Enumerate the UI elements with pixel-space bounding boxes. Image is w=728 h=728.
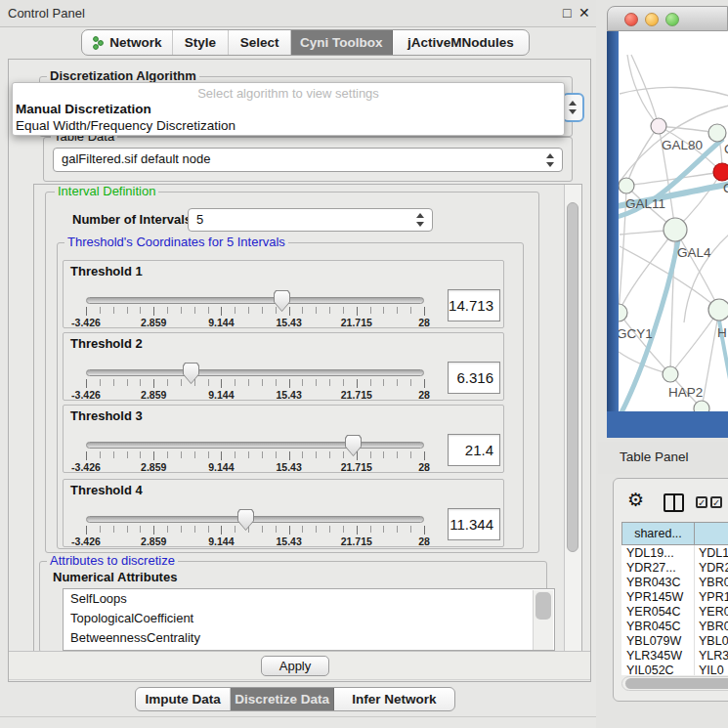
table-row[interactable]: YBR043CYBR0 (621, 576, 728, 590)
list-item[interactable]: TopologicalCoefficient (64, 609, 554, 628)
select-columns-icon[interactable] (664, 493, 684, 512)
scale-tick-label: 9.144 (208, 317, 234, 328)
table-row[interactable]: YIL052CYIL0 (621, 664, 728, 675)
node-gal80[interactable] (651, 118, 666, 134)
cell-shared-name: YPR145W (626, 590, 683, 604)
cell-shared-name: YBL079W (626, 634, 681, 648)
node-gal4[interactable] (664, 218, 687, 241)
node-bottom-partial[interactable] (694, 401, 709, 411)
list-item[interactable]: BetweennessCentrality (64, 628, 554, 648)
network-canvas[interactable]: GAL80 G C GAL11 GAL4 GCY1 H HAP2 (619, 31, 728, 411)
node-gal11[interactable] (619, 178, 634, 193)
scale-tick-label: 2.859 (141, 317, 166, 328)
tab-infer-network[interactable]: Infer Network (334, 688, 454, 710)
list-item[interactable]: SelfLoops (64, 589, 554, 609)
attributes-group-label: Attributes to discretize (47, 554, 178, 568)
threshold-label: Threshold 4 (70, 483, 143, 497)
column-header-shared-name[interactable]: shared... (621, 522, 695, 545)
zoom-traffic-light[interactable] (665, 13, 679, 26)
tab-label: Infer Network (352, 692, 436, 707)
threshold-label: Threshold 2 (70, 336, 143, 351)
apply-button[interactable]: Apply (261, 656, 329, 676)
number-of-intervals-combobox[interactable]: 5 (188, 208, 433, 232)
table-row[interactable]: YPR145WYPR1 (621, 590, 728, 605)
threshold-value-field[interactable]: 21.4 (448, 434, 500, 466)
tab-jactivemnodules[interactable]: jActiveMNodules (393, 30, 529, 55)
minimize-traffic-light[interactable] (645, 13, 659, 26)
slider-scale-labels: -3.426 2.859 9.144 15.43 21.715 28 (86, 535, 424, 547)
tab-style[interactable]: Style (173, 30, 230, 55)
float-window-icon[interactable]: □ (563, 5, 571, 21)
table-row[interactable]: YER054CYER0 (621, 605, 728, 620)
node-partial-right[interactable] (708, 299, 728, 321)
network-graph: GAL80 G C GAL11 GAL4 GCY1 H HAP2 (619, 31, 728, 411)
slider-ticks (86, 451, 425, 458)
scale-tick-label: -3.426 (71, 535, 101, 547)
node-hap2[interactable] (663, 366, 678, 382)
tab-label: Impute Data (146, 692, 221, 707)
checkbox-icon[interactable]: ✓ (696, 496, 707, 508)
thresholds-group-label: Threshold's Coordinates for 5 Intervals (64, 236, 288, 249)
checkbox-icon[interactable]: ✓ (710, 496, 722, 508)
column-header-name[interactable]: n (694, 522, 728, 545)
table-row[interactable]: YLR345WYLR3 (621, 649, 728, 664)
close-traffic-light[interactable] (624, 13, 638, 26)
list-scrollbar-thumb[interactable] (535, 592, 551, 620)
node-gcy1[interactable] (619, 304, 627, 321)
threshold-value-field[interactable]: 6.316 (448, 362, 500, 394)
tab-impute-data[interactable]: Impute Data (136, 688, 231, 710)
algorithm-combo-stepper[interactable] (562, 93, 584, 122)
numerical-attributes-label: Numerical Attributes (53, 570, 177, 584)
list-scrollbar-track[interactable] (533, 590, 553, 651)
threshold-slider-track[interactable] (86, 516, 424, 523)
combo-stepper-icon (414, 209, 426, 231)
tab-select[interactable]: Select (229, 30, 291, 55)
horizontal-scrollbar-thumb[interactable] (625, 678, 728, 689)
scale-tick-label: 28 (418, 535, 430, 547)
table-row[interactable]: YBR045CYBR0 (621, 620, 728, 634)
threshold-slider-track[interactable] (86, 442, 424, 449)
tab-network[interactable]: Network (82, 30, 173, 55)
node-red-selected[interactable] (713, 163, 728, 181)
tab-cyni-toolbox[interactable]: Cyni Toolbox (291, 30, 393, 55)
table-row[interactable]: YDR27...YDR2 (621, 561, 728, 576)
threshold-value-field[interactable]: 11.344 (448, 508, 500, 540)
close-icon[interactable]: ✕ (578, 5, 590, 21)
scale-tick-label: -3.426 (71, 317, 101, 328)
popup-option-equal-width[interactable]: Equal Width/Frequency Discretization (16, 118, 236, 133)
popup-option-manual[interactable]: Manual Discretization (16, 102, 151, 116)
gear-icon[interactable]: ⚙ (627, 490, 644, 511)
node-label-gal4: GAL4 (677, 245, 711, 260)
vertical-scrollbar-thumb[interactable] (567, 202, 578, 552)
column-divider (694, 545, 695, 675)
threshold-slider-track[interactable] (86, 297, 424, 304)
tab-label: Style (185, 35, 216, 50)
cell-shared-name: YBR043C (626, 576, 681, 589)
scale-tick-label: 9.144 (208, 389, 234, 401)
threshold-value-field[interactable]: 14.713 (448, 289, 500, 321)
algorithm-dropdown-popup: Select algorithm to view settings Manual… (12, 82, 565, 136)
slider-scale-labels: -3.426 2.859 9.144 15.43 21.715 28 (86, 461, 424, 473)
cell-shared-name: YDL19... (626, 546, 674, 560)
cell-name: YDR2 (699, 561, 728, 575)
table-data-combobox[interactable]: galFiltered.sif default node (53, 148, 563, 172)
scale-tick-label: 15.43 (276, 389, 301, 401)
bottom-divider (0, 716, 596, 717)
tab-label: Select (240, 35, 279, 50)
tab-discretize-data[interactable]: Discretize Data (231, 688, 333, 710)
numerical-attributes-list: SelfLoops TopologicalCoefficient Between… (63, 588, 555, 651)
top-tab-bar: Network Style Select Cyni Toolbox jActiv… (81, 29, 530, 56)
cell-name: YBR0 (699, 576, 728, 589)
threshold-slider-track[interactable] (86, 369, 424, 376)
cell-shared-name: YER054C (626, 605, 681, 619)
scale-tick-label: 15.43 (276, 317, 301, 328)
node-partial-top[interactable] (708, 124, 726, 142)
scale-tick-label: 28 (418, 317, 430, 328)
bottom-tab-bar: Impute Data Discretize Data Infer Networ… (135, 687, 455, 711)
threshold-label: Threshold 1 (70, 264, 143, 278)
scale-tick-label: 21.715 (341, 389, 372, 401)
combo-stepper-icon (544, 149, 556, 171)
scale-tick-label: 9.144 (208, 461, 234, 473)
table-row[interactable]: YDL19...YDL1 (621, 546, 728, 561)
table-row[interactable]: YBL079WYBL0 (621, 634, 728, 649)
